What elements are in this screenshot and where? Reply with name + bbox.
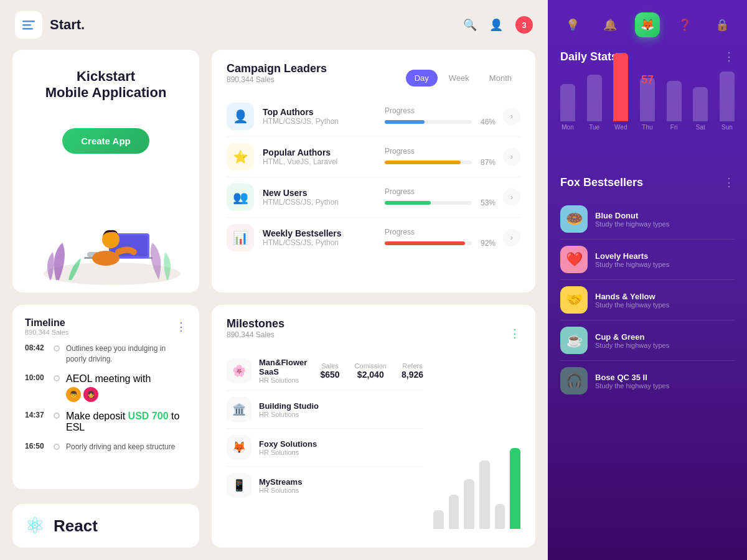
right-panel: 💡 🔔 🦊 ❓ 🔒 Daily Stats ⋮ 57 Mon Tue Wed T… — [548, 0, 747, 560]
timeline-item: 16:50 Poorly driving and keep structure — [25, 442, 187, 452]
progress-bar-bg — [385, 201, 472, 205]
campaign-row: 📊 Weekly Bestsellers HTML/CSS/JS, Python… — [227, 218, 520, 258]
bestseller-name: Lovely Hearts — [595, 251, 735, 261]
timeline-title-group: Timeline 890,344 Sales — [25, 317, 68, 336]
campaign-rows-container: 👤 Top Authors HTML/CSS/JS, Python Progre… — [227, 96, 520, 258]
campaign-tech: HTML/CSS/JS, Python — [263, 117, 385, 126]
kickstart-title-line2: Mobile Application — [45, 85, 167, 101]
logo-icon — [15, 11, 42, 39]
daily-stats-chart: 57 Mon Tue Wed Thu Fri Sat Sun — [560, 73, 735, 161]
daily-bar-label: Fri — [670, 124, 678, 131]
timeline-time: 10:00 — [25, 373, 47, 382]
panel-icon-help[interactable]: ❓ — [672, 12, 697, 37]
milestone-sub: HR Solutions — [259, 449, 423, 456]
bestseller-name: Hands & Yellow — [595, 292, 735, 301]
timeline-text-group: AEOL meeting with👦👧 — [66, 373, 151, 402]
daily-bar-wrap: Mon — [560, 84, 575, 131]
progress-pct: 92% — [481, 239, 496, 248]
daily-stats-section: Daily Stats ⋮ 57 Mon Tue Wed Thu Fri Sat… — [560, 50, 735, 161]
daily-bar-wrap: Wed — [613, 53, 628, 131]
timeline-dot — [54, 413, 60, 419]
timeline-avatars: 👦👧 — [66, 387, 151, 402]
time-tab-group: Day Week Month — [406, 70, 520, 86]
panel-icon-light[interactable]: 💡 — [560, 12, 585, 37]
bestseller-sub: Study the highway types — [595, 261, 735, 268]
progress-row: 92% — [385, 239, 497, 248]
chevron-btn[interactable]: › — [503, 148, 520, 166]
daily-bar-label: Tue — [589, 124, 599, 131]
progress-row: 53% — [385, 198, 497, 207]
timeline-text: Make deposit USD 700 to ESL — [66, 411, 187, 433]
campaign-info: Popular Authors HTML, VueJS, Laravel — [263, 147, 385, 166]
timeline-title: Timeline — [25, 317, 68, 329]
daily-bar-label: Mon — [561, 124, 573, 131]
milestone-row: 🦊 Foxy Solutions HR Solutions — [227, 429, 423, 467]
milestone-icon: 🌸 — [227, 358, 251, 383]
react-footer: ⚛ React — [12, 504, 199, 548]
timeline-dot — [54, 375, 60, 381]
create-app-button[interactable]: Create App — [62, 128, 149, 154]
timeline-time: 08:42 — [25, 343, 47, 352]
bestseller-sub: Study the highway types — [595, 301, 735, 309]
bestseller-item: 🎧 Bose QC 35 II Study the highway types — [560, 361, 735, 401]
user-icon[interactable]: 👤 — [489, 18, 503, 32]
chevron-btn[interactable]: › — [503, 229, 520, 246]
notification-badge[interactable]: 3 — [515, 16, 533, 34]
tab-week[interactable]: Week — [440, 70, 478, 86]
timeline-item: 10:00 AEOL meeting with👦👧 — [25, 373, 187, 402]
milestones-card: Milestones 890,344 Sales ⋮ 🌸 Man&Flower … — [212, 305, 535, 548]
left-bottom: Timeline 890,344 Sales ⋮ 08:42 Outlines … — [12, 305, 199, 548]
campaign-info: Top Authors HTML/CSS/JS, Python — [263, 107, 385, 126]
daily-bar-label: Thu — [642, 124, 652, 131]
daily-bar-wrap: Sun — [720, 72, 735, 131]
milestone-chart-bar — [449, 495, 459, 529]
progress-section: Progress 46% — [385, 106, 497, 126]
campaign-title: Campaign Leaders — [227, 62, 327, 75]
panel-icon-fox[interactable]: 🦊 — [635, 12, 660, 37]
svg-rect-2 — [22, 28, 33, 30]
milestone-row: 🌸 Man&Flower SaaS HR Solutions Sales $65… — [227, 352, 423, 391]
daily-stats-peak: 57 — [641, 73, 654, 86]
milestone-info: MyStreams HR Solutions — [259, 477, 423, 494]
milestone-name: Man&Flower SaaS — [259, 358, 320, 376]
milestone-name: Building Studio — [259, 401, 423, 411]
daily-bar — [560, 84, 575, 121]
panel-top-icons: 💡 🔔 🦊 ❓ 🔒 — [548, 0, 747, 50]
search-icon[interactable]: 🔍 — [463, 18, 477, 32]
milestone-row: 🏛️ Building Studio HR Solutions — [227, 391, 423, 429]
chevron-btn[interactable]: › — [503, 189, 520, 206]
avatar-2: 👧 — [83, 387, 98, 402]
campaign-row: 👥 New Users HTML/CSS/JS, Python Progress… — [227, 177, 520, 218]
bestseller-name: Blue Donut — [595, 211, 735, 220]
tab-month[interactable]: Month — [481, 70, 520, 86]
progress-section: Progress 92% — [385, 228, 497, 248]
milestone-info: Foxy Solutions HR Solutions — [259, 439, 423, 456]
campaign-header: Campaign Leaders 890,344 Sales Day Week … — [227, 62, 520, 94]
milestone-sub: HR Solutions — [259, 411, 423, 418]
tab-day[interactable]: Day — [406, 70, 438, 86]
main-area: Start. 🔍 👤 3 Kickstart Mobile Applicatio… — [0, 0, 548, 560]
panel-icon-lock[interactable]: 🔒 — [710, 12, 735, 37]
bestsellers-list: 🍩 Blue Donut Study the highway types ❤️ … — [560, 199, 735, 401]
panel-icon-bell[interactable]: 🔔 — [598, 12, 622, 37]
daily-bar-label: Sun — [721, 124, 733, 131]
milestones-more-btn[interactable]: ⋮ — [509, 327, 520, 340]
stat-sales: Sales $650 — [320, 362, 339, 380]
fox-bestsellers-more[interactable]: ⋮ — [723, 175, 735, 189]
header-left: Start. — [15, 11, 85, 39]
timeline-more-btn[interactable]: ⋮ — [176, 320, 187, 334]
timeline-text: Outlines keep you indulging in poorly dr… — [66, 343, 187, 365]
milestone-chart-bar — [464, 479, 474, 529]
campaign-icon: 👥 — [227, 184, 254, 211]
timeline-item: 08:42 Outlines keep you indulging in poo… — [25, 343, 187, 365]
progress-label: Progress — [385, 187, 497, 196]
progress-label: Progress — [385, 106, 497, 115]
milestone-name: MyStreams — [259, 477, 423, 487]
svg-rect-1 — [22, 24, 31, 26]
campaign-info: Weekly Bestsellers HTML/CSS/JS, Python — [263, 228, 385, 247]
daily-bar-wrap: Sat — [693, 87, 708, 131]
daily-bar-wrap: Fri — [667, 81, 682, 131]
kickstart-title: Kickstart Mobile Application — [45, 68, 167, 101]
chevron-btn[interactable]: › — [503, 108, 520, 125]
milestone-info: Building Studio HR Solutions — [259, 401, 423, 418]
